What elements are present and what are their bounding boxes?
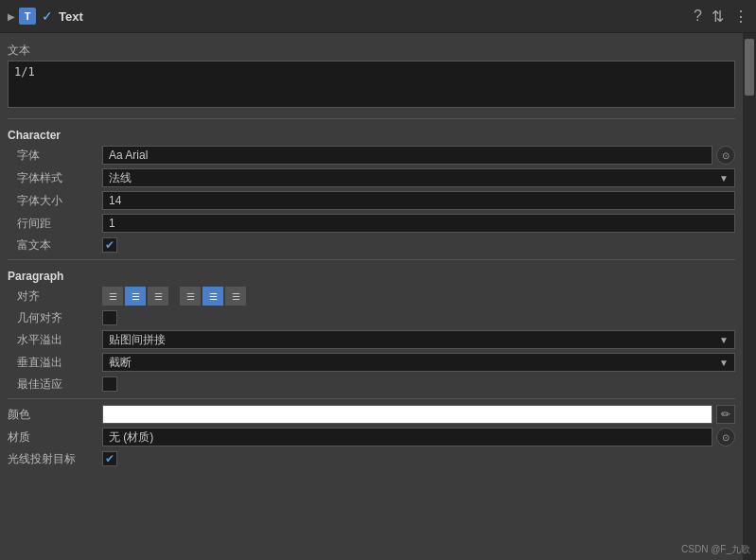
color-swatch[interactable]: [102, 405, 712, 424]
panel-content: 文本 Character 字体 Aa Arial ⊙ 字体样式 法线: [0, 33, 743, 560]
v-overflow-label: 垂直溢出: [8, 355, 102, 371]
best-fit-checkbox[interactable]: [102, 376, 117, 392]
help-icon[interactable]: ?: [694, 8, 702, 26]
h-overflow-text: 贴图间拼接: [109, 332, 166, 348]
v-align-group: ☰ ☰ ☰: [180, 287, 246, 306]
h-overflow-dropdown[interactable]: 贴图间拼接 ▼: [102, 330, 735, 349]
color-picker-button[interactable]: ✏: [716, 405, 735, 424]
dropdown-arrow-icon: ▼: [719, 173, 729, 184]
more-icon[interactable]: ⋮: [733, 8, 748, 26]
watermark: CSDN @F_九歌: [681, 543, 750, 556]
ray-checkbox-area: ✔: [102, 451, 735, 466]
ray-row: 光线投射目标 ✔: [0, 448, 743, 469]
color-row: 颜色 ✏: [0, 403, 743, 426]
character-section-header: Character: [0, 123, 743, 144]
h-overflow-value: 贴图间拼接 ▼: [102, 330, 735, 349]
scrollbar-thumb[interactable]: [745, 39, 754, 96]
align-left-button[interactable]: ☰: [102, 287, 123, 306]
header-actions: ? ⇅ ⋮: [694, 8, 748, 26]
font-style-dropdown[interactable]: 法线 ▼: [102, 168, 735, 187]
h-overflow-arrow-icon: ▼: [719, 335, 729, 345]
font-label: 字体: [8, 148, 102, 164]
font-size-row: 字体大小: [0, 189, 743, 212]
align-middle-button[interactable]: ☰: [202, 287, 223, 306]
material-picker-button[interactable]: ⊙: [716, 428, 735, 446]
align-right-button[interactable]: ☰: [148, 287, 168, 306]
geo-align-label: 几何对齐: [8, 310, 102, 326]
material-field[interactable]: 无 (材质): [102, 428, 712, 446]
font-size-input[interactable]: [102, 191, 735, 210]
v-overflow-dropdown[interactable]: 截断 ▼: [102, 353, 735, 372]
divider-1: [8, 118, 735, 119]
geo-align-row: 几何对齐: [0, 307, 743, 328]
collapse-arrow-icon[interactable]: ▶: [8, 11, 15, 22]
rich-text-row: 富文本 ✔: [0, 235, 743, 255]
panel-body: 文本 Character 字体 Aa Arial ⊙ 字体样式 法线: [0, 33, 756, 560]
rich-text-label: 富文本: [8, 237, 102, 254]
ray-checkbox[interactable]: ✔: [102, 451, 117, 466]
font-style-value: 法线 ▼: [102, 168, 735, 187]
color-label: 颜色: [8, 407, 102, 423]
material-row: 材质 无 (材质) ⊙: [0, 426, 743, 448]
best-fit-label: 最佳适应: [8, 376, 102, 393]
v-overflow-text: 截断: [109, 355, 132, 371]
h-overflow-row: 水平溢出 贴图间拼接 ▼: [0, 328, 743, 351]
font-picker-button[interactable]: ⊙: [716, 146, 735, 165]
text-input[interactable]: [8, 61, 735, 108]
font-size-value: [102, 191, 735, 210]
best-fit-checkbox-area: [102, 376, 735, 392]
preset-icon[interactable]: ⇅: [712, 8, 724, 26]
ray-label: 光线投射目标: [8, 451, 102, 467]
align-center-button[interactable]: ☰: [125, 287, 146, 306]
font-field-row: 字体 Aa Arial ⊙: [0, 144, 743, 166]
font-size-label: 字体大小: [8, 193, 102, 209]
enabled-checkbox[interactable]: ✓: [42, 9, 53, 24]
align-row: 对齐 ☰ ☰ ☰ ☰ ☰ ☰: [0, 285, 743, 307]
align-top-button[interactable]: ☰: [180, 287, 201, 306]
checkbox-check-icon: ✔: [105, 238, 114, 252]
font-style-row: 字体样式 法线 ▼: [0, 166, 743, 189]
h-overflow-label: 水平溢出: [8, 332, 102, 348]
line-spacing-label: 行间距: [8, 216, 102, 232]
line-spacing-input[interactable]: [102, 214, 735, 233]
main-panel: ▶ T ✓ Text ? ⇅ ⋮ 文本 Character 字体 Aa Aria…: [0, 0, 756, 560]
text-section: 文本: [0, 39, 743, 114]
scrollbar[interactable]: [743, 33, 756, 560]
v-overflow-arrow-icon: ▼: [719, 358, 729, 368]
font-value-area: Aa Arial ⊙: [102, 146, 735, 165]
panel-header: ▶ T ✓ Text ? ⇅ ⋮: [0, 0, 756, 33]
align-label: 对齐: [8, 289, 102, 305]
v-overflow-row: 垂直溢出 截断 ▼: [0, 351, 743, 374]
geo-align-checkbox[interactable]: [102, 310, 117, 325]
font-style-text: 法线: [109, 170, 132, 186]
align-buttons-area: ☰ ☰ ☰ ☰ ☰ ☰: [102, 287, 735, 306]
v-overflow-value: 截断 ▼: [102, 353, 735, 372]
component-icon: T: [19, 8, 36, 25]
font-field[interactable]: Aa Arial: [102, 146, 712, 165]
rich-text-checkbox[interactable]: ✔: [102, 237, 117, 253]
best-fit-row: 最佳适应: [0, 374, 743, 394]
paragraph-section-header: Paragraph: [0, 264, 743, 285]
rich-text-checkbox-area: ✔: [102, 237, 735, 253]
divider-3: [8, 398, 735, 399]
panel-title: Text: [59, 9, 694, 24]
text-label: 文本: [8, 43, 735, 59]
h-align-group: ☰ ☰ ☰: [102, 287, 168, 306]
color-field-area: ✏: [102, 405, 735, 424]
geo-align-checkbox-area: [102, 310, 735, 325]
line-spacing-row: 行间距: [0, 212, 743, 235]
ray-check-icon: ✔: [105, 452, 114, 465]
material-label: 材质: [8, 429, 102, 446]
align-bottom-button[interactable]: ☰: [225, 287, 246, 306]
material-field-area: 无 (材质) ⊙: [102, 428, 735, 446]
font-style-label: 字体样式: [8, 170, 102, 186]
divider-2: [8, 259, 735, 260]
line-spacing-value: [102, 214, 735, 233]
